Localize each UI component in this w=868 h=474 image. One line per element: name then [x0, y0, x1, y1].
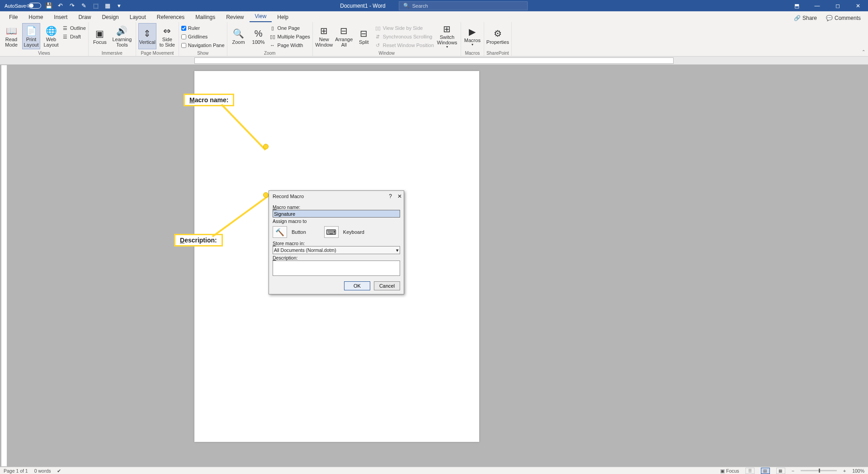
- tab-design[interactable]: Design: [96, 12, 124, 22]
- dialog-titlebar[interactable]: Record Macro ? ✕: [269, 191, 404, 202]
- collapse-ribbon-icon[interactable]: ⌃: [862, 49, 865, 54]
- group-sharepoint: ⚙Properties SharePoint: [484, 22, 512, 56]
- group-show: Ruler Gridlines Navigation Pane Show: [179, 22, 227, 56]
- group-label-show: Show: [181, 51, 225, 56]
- status-bar: Page 1 of 1 0 words ✔ ▣ Focus ☰ ▤ ▦ − + …: [0, 467, 868, 474]
- group-views: 📖Read Mode 📄Print Layout 🌐Web Layout ☰Ou…: [0, 22, 89, 56]
- ruler-vertical[interactable]: [1, 65, 7, 467]
- side-to-side-icon: ⇔: [160, 25, 175, 37]
- description-input[interactable]: [273, 261, 400, 276]
- learning-tools-button[interactable]: 🔊Learning Tools: [111, 23, 133, 49]
- zoom-level[interactable]: 100%: [852, 468, 864, 474]
- title-bar: AutoSave Off 💾 ↶ ↷ ✎ ⬚ ▦ ▾ Document1 - W…: [0, 0, 868, 11]
- minimize-icon[interactable]: —: [807, 0, 827, 11]
- new-window-button[interactable]: ⊞New Window: [315, 23, 333, 49]
- share-button[interactable]: 🔗 Share: [791, 14, 820, 22]
- tab-home[interactable]: Home: [23, 12, 48, 22]
- qat-icon-3[interactable]: ▦: [104, 2, 112, 10]
- keyboard-icon: ⌨: [324, 226, 339, 238]
- multiple-pages-button[interactable]: ▯▯Multiple Pages: [269, 33, 310, 41]
- outline-button[interactable]: ☰Outline: [62, 24, 86, 32]
- navigation-pane-checkbox[interactable]: Navigation Pane: [181, 41, 225, 49]
- tab-mailings[interactable]: Mailings: [190, 12, 221, 22]
- split-button[interactable]: ⊟Split: [355, 23, 373, 49]
- maximize-icon[interactable]: ◻: [827, 0, 848, 11]
- synchronous-scrolling-button: ⇵Synchronous Scrolling: [375, 33, 434, 41]
- assign-macro-label: Assign macro to: [273, 218, 400, 224]
- comments-button[interactable]: 💬 Comments: [823, 14, 863, 22]
- callout-dot-1: [263, 144, 269, 149]
- ok-button[interactable]: OK: [344, 281, 370, 290]
- search-input[interactable]: 🔍 Search: [399, 1, 528, 10]
- one-page-icon: ▯: [269, 25, 276, 31]
- read-mode-icon: 📖: [4, 25, 19, 37]
- vertical-button[interactable]: ⇕Vertical: [138, 23, 156, 49]
- hundred-percent-button[interactable]: %100%: [250, 23, 268, 49]
- tab-file[interactable]: File: [4, 12, 23, 22]
- macros-icon: ▶: [465, 26, 480, 38]
- cancel-button[interactable]: Cancel: [374, 281, 400, 290]
- gridlines-checkbox[interactable]: Gridlines: [181, 33, 225, 41]
- group-window: ⊞New Window ⊟Arrange All ⊟Split ▯▯View S…: [313, 22, 461, 56]
- assign-keyboard-option[interactable]: ⌨ Keyboard: [324, 226, 364, 238]
- group-page-movement: ⇕Vertical ⇔Side to Side Page Movement: [136, 22, 179, 56]
- record-macro-dialog: Record Macro ? ✕ Macro name: Assign macr…: [269, 190, 404, 294]
- read-mode-button[interactable]: 📖Read Mode: [2, 23, 20, 49]
- side-to-side-button[interactable]: ⇔Side to Side: [158, 23, 176, 49]
- arrange-all-button[interactable]: ⊟Arrange All: [335, 23, 353, 49]
- tab-references[interactable]: References: [151, 12, 190, 22]
- zoom-slider[interactable]: [801, 470, 837, 471]
- qat-customize-icon[interactable]: ▾: [115, 2, 123, 10]
- print-layout-button[interactable]: 📄Print Layout: [22, 23, 40, 49]
- group-macros: ▶Macros▾ Macros: [461, 22, 484, 56]
- page-status[interactable]: Page 1 of 1: [4, 468, 28, 474]
- ruler-checkbox[interactable]: Ruler: [181, 24, 225, 32]
- web-layout-button[interactable]: 🌐Web Layout: [42, 23, 60, 49]
- tab-review[interactable]: Review: [221, 12, 249, 22]
- macro-name-input[interactable]: [273, 210, 400, 218]
- zoom-in-button[interactable]: +: [843, 468, 846, 474]
- side-by-side-icon: ▯▯: [375, 25, 381, 31]
- switch-windows-button[interactable]: ⊞Switch Windows▾: [436, 23, 458, 49]
- undo-icon[interactable]: ↶: [57, 2, 65, 10]
- assign-button-option[interactable]: 🔨 Button: [273, 226, 306, 238]
- ribbon-display-icon[interactable]: ⬒: [787, 0, 807, 11]
- focus-button[interactable]: ▣Focus: [91, 23, 109, 49]
- close-icon[interactable]: ✕: [848, 0, 868, 11]
- qat-icon-1[interactable]: ✎: [80, 2, 88, 10]
- autosave-toggle[interactable]: AutoSave Off: [5, 3, 41, 9]
- qat-icon-2[interactable]: ⬚: [92, 2, 100, 10]
- store-macro-value: All Documents (Normal.dotm): [274, 247, 336, 253]
- word-count[interactable]: 0 words: [34, 468, 51, 474]
- page-width-button[interactable]: ↔Page Width: [269, 41, 310, 49]
- macros-button[interactable]: ▶Macros▾: [463, 23, 481, 49]
- callout-macro-name: Macro name:: [184, 94, 234, 106]
- read-mode-view-icon[interactable]: ☰: [745, 468, 755, 474]
- tab-insert[interactable]: Insert: [48, 12, 73, 22]
- draft-button[interactable]: ☰Draft: [62, 33, 86, 41]
- zoom-button[interactable]: 🔍Zoom: [230, 23, 248, 49]
- zoom-out-button[interactable]: −: [792, 468, 794, 474]
- tab-help[interactable]: Help: [272, 12, 294, 22]
- outline-icon: ☰: [62, 25, 68, 31]
- web-layout-view-icon[interactable]: ▦: [776, 468, 785, 474]
- hammer-icon: 🔨: [273, 226, 287, 238]
- one-page-button[interactable]: ▯One Page: [269, 24, 310, 32]
- store-macro-select[interactable]: All Documents (Normal.dotm) ▾: [273, 246, 400, 254]
- focus-mode-button[interactable]: ▣ Focus: [720, 468, 739, 474]
- spell-check-icon[interactable]: ✔: [57, 468, 61, 474]
- dialog-close-icon[interactable]: ✕: [397, 193, 402, 199]
- ruler-horizontal[interactable]: [194, 57, 674, 64]
- save-icon[interactable]: 💾: [45, 2, 53, 10]
- macro-name-label: Macro name:: [273, 204, 400, 210]
- tab-layout[interactable]: Layout: [124, 12, 151, 22]
- tab-view[interactable]: View: [250, 11, 272, 22]
- print-layout-view-icon[interactable]: ▤: [761, 468, 770, 474]
- chevron-down-icon: ▾: [396, 247, 399, 253]
- dialog-help-icon[interactable]: ?: [389, 193, 392, 199]
- group-immersive: ▣Focus 🔊Learning Tools Immersive: [89, 22, 136, 56]
- redo-icon[interactable]: ↷: [68, 2, 76, 10]
- split-icon: ⊟: [357, 28, 371, 39]
- properties-button[interactable]: ⚙Properties: [486, 23, 509, 49]
- tab-draw[interactable]: Draw: [73, 12, 96, 22]
